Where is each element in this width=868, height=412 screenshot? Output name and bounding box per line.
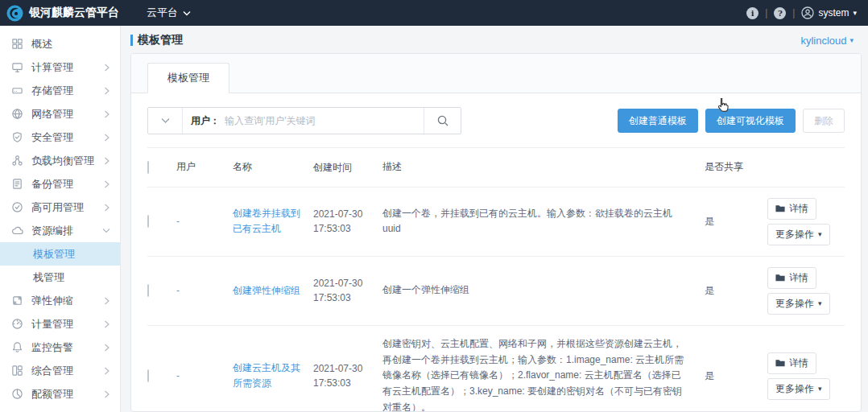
balance-icon — [11, 154, 23, 167]
backup-icon — [11, 178, 23, 190]
brand: 银河麒麟云管平台 — [6, 5, 119, 22]
search-button[interactable] — [424, 108, 461, 134]
cell-description: 创建一个卷，并挂载到已有的云主机。输入参数：欲挂载卷的云主机uuid — [382, 206, 705, 238]
username: system — [818, 7, 849, 19]
sidebar-item-monitor-alarm[interactable]: 监控告警 — [0, 336, 120, 359]
template-table: 用户 名称 创建时间 描述 是否共享 - 创建卷并挂载到已有云主机 2021-0… — [147, 147, 845, 411]
sidebar-subitem-template-mgmt[interactable]: 模板管理 — [0, 242, 120, 266]
cell-actions: 详情 更多操作 ▾ — [767, 352, 845, 400]
scale-icon — [11, 295, 23, 307]
search-field: 用户： — [183, 108, 424, 134]
cell-shared: 是 — [705, 369, 767, 383]
folder-icon — [775, 274, 785, 282]
row-checkbox[interactable] — [147, 369, 149, 382]
more-actions-button[interactable]: 更多操作 ▾ — [767, 224, 830, 245]
cell-description: 创建一个弹性伸缩组 — [382, 282, 705, 299]
filter-label: 用户： — [191, 114, 220, 128]
chevron-icon — [104, 87, 110, 95]
search-input[interactable] — [225, 115, 415, 126]
meter-icon — [11, 318, 23, 330]
brand-title: 银河麒麟云管平台 — [29, 6, 119, 20]
cell-created: 2021-07-30 17:53:03 — [313, 361, 382, 391]
create-visual-template-button[interactable]: 创建可视化模板 — [705, 109, 796, 133]
table-header: 用户 名称 创建时间 描述 是否共享 — [147, 147, 845, 187]
sidebar-subitem-stack-mgmt[interactable]: 栈管理 — [0, 266, 120, 289]
chevron-icon — [104, 110, 110, 118]
search-box: 用户： — [147, 107, 461, 134]
cell-created: 2021-07-30 17:53:03 — [313, 276, 382, 306]
sidebar-item-quota[interactable]: 配额管理 — [0, 382, 120, 406]
cell-created: 2021-07-30 17:53:03 — [313, 207, 382, 237]
chevron-down-icon: ▾ — [818, 385, 822, 393]
chevron-icon — [104, 157, 110, 165]
more-actions-button[interactable]: 更多操作 ▾ — [767, 293, 830, 315]
toolbar: 用户： 创建普通模板 创建可视化模板 删除 — [147, 107, 845, 134]
sidebar-item-scheduled-task[interactable]: 定时任务管理 — [0, 406, 120, 412]
template-name-link[interactable]: 创建云主机及其所需资源 — [233, 362, 300, 389]
sidebar-item-network[interactable]: 网络管理 — [0, 102, 120, 126]
col-description: 描述 — [382, 159, 705, 175]
table-row: - 创建卷并挂载到已有云主机 2021-07-30 17:53:03 创建一个卷… — [147, 187, 845, 257]
platform-label: 云平台 — [147, 6, 178, 20]
chevron-icon — [104, 344, 110, 352]
row-checkbox[interactable] — [147, 284, 149, 297]
create-normal-template-button[interactable]: 创建普通模板 — [618, 109, 698, 133]
title-accent-bar — [130, 35, 133, 46]
folder-icon — [775, 359, 785, 367]
filter-field-dropdown[interactable] — [148, 108, 183, 134]
grid-icon — [11, 38, 23, 50]
chevron-icon — [104, 390, 110, 398]
tab-bar: 模板管理 — [131, 54, 861, 93]
sidebar-item-load-balance[interactable]: 负载均衡管理 — [0, 149, 120, 172]
storage-icon — [11, 84, 23, 97]
detail-button[interactable]: 详情 — [767, 198, 816, 220]
info-icon[interactable]: i — [746, 7, 758, 19]
cell-user: - — [176, 285, 233, 296]
user-menu[interactable]: system ▾ — [801, 6, 857, 19]
col-name: 名称 — [233, 160, 313, 174]
toolbar-buttons: 创建普通模板 创建可视化模板 删除 — [610, 109, 845, 133]
sidebar-item-high-availability[interactable]: 高可用管理 — [0, 196, 120, 219]
search-icon — [436, 114, 449, 127]
detail-button[interactable]: 详情 — [767, 352, 816, 374]
chevron-icon — [104, 134, 110, 142]
sidebar-item-security[interactable]: 安全管理 — [0, 126, 120, 149]
template-name-link[interactable]: 创建卷并挂载到已有云主机 — [233, 208, 300, 234]
sidebar-item-auto-scaling[interactable]: 弹性伸缩 — [0, 289, 120, 312]
sidebar-item-compute[interactable]: 计算管理 — [0, 56, 120, 79]
chevron-icon — [104, 64, 110, 72]
sidebar-item-storage[interactable]: 存储管理 — [0, 79, 120, 102]
network-icon — [11, 108, 23, 120]
delete-button[interactable]: 删除 — [803, 109, 845, 133]
select-all-checkbox[interactable] — [147, 161, 149, 174]
chevron-icon — [104, 320, 110, 328]
chevron-down-icon: ▾ — [853, 9, 857, 17]
help-icon[interactable]: ? — [774, 7, 786, 19]
sidebar-item-general[interactable]: 综合管理 — [0, 359, 120, 382]
sidebar-item-metering[interactable]: 计量管理 — [0, 312, 120, 336]
alarm-icon — [11, 341, 23, 353]
tab-template-management[interactable]: 模板管理 — [147, 63, 229, 93]
cell-actions: 详情 更多操作 ▾ — [767, 198, 845, 245]
detail-button[interactable]: 详情 — [767, 267, 816, 289]
tenant-dropdown[interactable]: kylincloud ▾ — [800, 35, 854, 47]
cell-shared: 是 — [705, 215, 767, 229]
topbar: 银河麒麟云管平台 云平台 i | ? | system ▾ — [0, 0, 868, 26]
cell-actions: 详情 更多操作 ▾ — [767, 267, 845, 315]
cell-shared: 是 — [705, 284, 767, 298]
template-name-link[interactable]: 创建弹性伸缩组 — [233, 285, 300, 296]
sidebar: 概述 计算管理 存储管理 网络管理 安全管理 负载均衡管理 备份管理 高可用管理… — [0, 26, 121, 412]
sidebar-item-backup[interactable]: 备份管理 — [0, 172, 120, 196]
row-checkbox[interactable] — [147, 215, 149, 228]
platform-switcher[interactable]: 云平台 — [147, 6, 191, 20]
sidebar-item-orchestration[interactable]: 资源编排 — [0, 219, 120, 242]
cell-user: - — [176, 216, 233, 227]
more-actions-button[interactable]: 更多操作 ▾ — [767, 378, 830, 400]
sidebar-item-overview[interactable]: 概述 — [0, 32, 120, 56]
cell-description: 创建密钥对、云主机配置、网络和子网，并根据这些资源创建云主机，再创建一个卷并挂载… — [382, 336, 705, 411]
page-head: 模板管理 kylincloud ▾ — [121, 26, 868, 53]
cloud-icon — [11, 225, 23, 237]
content-card: 模板管理 用户： — [130, 53, 862, 412]
tab-content: 用户： 创建普通模板 创建可视化模板 删除 — [131, 93, 861, 411]
chevron-icon — [104, 204, 110, 212]
